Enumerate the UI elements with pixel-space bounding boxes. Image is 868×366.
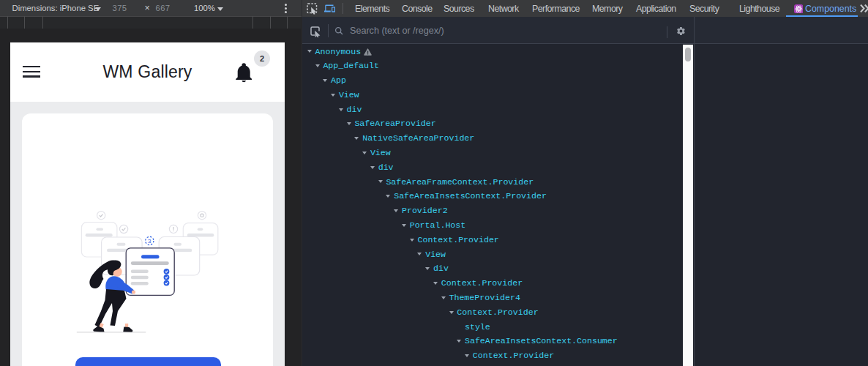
svg-text:3: 3 (148, 238, 151, 244)
